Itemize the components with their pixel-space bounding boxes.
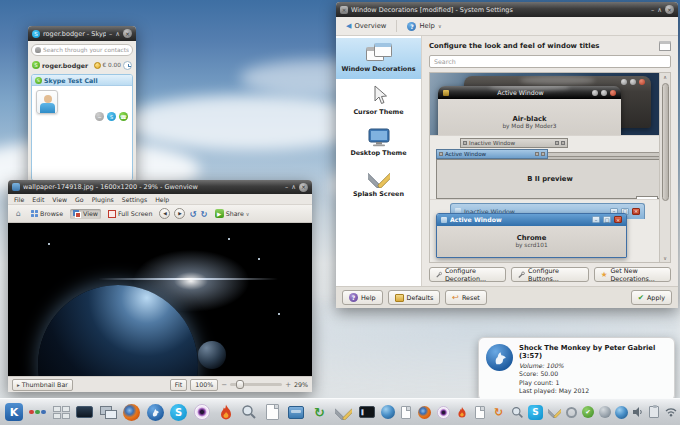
history-clock-button[interactable] [123,61,132,70]
overview-button[interactable]: ◀ Overview [342,20,390,32]
decoration-item-chrome[interactable]: Inactive Window – □ × Active Window – □ [430,199,659,262]
sidebar-item-desktop-theme[interactable]: Desktop Theme [336,122,421,163]
task-flame[interactable] [454,405,469,420]
minimize-button[interactable]: – [109,31,112,37]
view-button[interactable]: View [70,209,101,219]
reset-button[interactable]: ↩ Reset [445,290,487,305]
share-button[interactable]: ▶ Share ∨ [212,208,253,219]
file-drawer-launcher[interactable] [286,402,306,422]
zoom-in-icon[interactable]: + [285,381,291,389]
audacious-launcher[interactable] [145,402,165,422]
chat-button[interactable]: − [95,112,104,121]
flame-app-launcher[interactable] [216,402,236,422]
close-button[interactable]: × [665,5,674,14]
tray-network[interactable] [598,406,611,419]
system-settings-titlebar[interactable]: × Window Decorations [modified] - System… [336,2,678,17]
task-eye[interactable] [436,405,451,420]
dark-screen-launcher[interactable] [75,402,95,422]
tray-status[interactable] [565,406,578,419]
contact-list[interactable]: − S ☎ [32,86,132,180]
task-tools[interactable] [547,405,562,420]
scrollbar[interactable]: ∧ ∨ [659,73,670,262]
display-settings-launcher[interactable] [98,402,118,422]
zoom-slider-knob[interactable] [236,380,244,389]
task-document[interactable] [399,405,414,420]
tray-volume[interactable] [631,406,644,419]
contact-search-box[interactable] [31,44,133,56]
minimize-button[interactable]: – [651,7,654,13]
decoration-search-box[interactable] [429,55,671,68]
task-firefox[interactable] [417,405,432,420]
decoration-list[interactable]: Active Window Air-black by Mod By Moder3 [429,72,671,263]
quick-launch-dots[interactable] [28,402,48,422]
skype-titlebar[interactable]: S roger.bodger - Skype – ∧ × [28,26,136,41]
zoom-out-icon[interactable]: − [221,381,227,389]
configure-decoration-button[interactable]: Configure Decoration... [429,267,506,282]
eye-viewer-launcher[interactable] [192,402,212,422]
tray-clipboard[interactable] [648,406,661,419]
defaults-button[interactable]: Defaults [388,290,441,305]
task-document-2[interactable] [473,405,488,420]
task-globe[interactable] [380,405,395,420]
thumbnail-bar-toggle[interactable]: ▸ Thumbnail Bar [12,379,73,391]
sidebar-item-window-decorations[interactable]: Window Decorations [336,38,421,79]
get-new-decorations-button[interactable]: ★ Get New Decorations... [594,267,671,282]
home-button[interactable]: ⌂ [13,208,24,219]
decoration-item-air-black[interactable]: Active Window Air-black by Mod By Moder3 [430,73,659,135]
sidebar-item-cursor-theme[interactable]: Cursor Theme [336,79,421,122]
tray-shield[interactable]: ✔ [582,406,595,419]
kde-menu-button[interactable]: K [4,402,24,422]
help-menu-button[interactable]: ? Help ∨ [403,20,445,33]
system-update-launcher[interactable]: ↻ [310,402,330,422]
scrollbar-thumb[interactable] [662,83,669,201]
rotate-right-button[interactable]: ↻ [201,210,208,218]
maximize-button[interactable]: ∧ [291,184,296,190]
video-call-button[interactable]: S [107,112,116,121]
next-image-button[interactable]: ▶ [174,208,185,219]
sidebar-item-splash-screen[interactable]: Splash Screen [336,163,421,204]
voice-call-button[interactable]: ☎ [119,112,128,121]
utilities-launcher[interactable] [333,402,353,422]
decoration-item-b2[interactable]: Inactive Window Active Window B II previ… [430,135,659,198]
tray-globe[interactable] [615,406,628,419]
skype-launcher[interactable]: S [169,402,189,422]
contact-group-header[interactable]: S Skype Test Call [32,75,132,86]
gwenview-titlebar[interactable]: wallpaper-174918.jpg - 1600x1200 - 29% -… [8,180,312,194]
menu-go[interactable]: Go [75,196,84,203]
image-viewport[interactable] [8,223,312,376]
minimize-button[interactable]: – [285,184,288,190]
scroll-down-icon[interactable]: ∨ [663,254,667,262]
refresh-button[interactable]: ↻ [491,405,506,420]
maximize-button[interactable]: ∧ [115,31,120,37]
zoom-100-button[interactable]: 100% [190,379,218,391]
close-button[interactable]: × [123,29,132,38]
menu-edit[interactable]: Edit [32,196,44,203]
rotate-left-button[interactable]: ↺ [189,210,196,218]
desktop-pager[interactable] [51,402,71,422]
close-button[interactable]: × [299,183,308,192]
maximize-button[interactable]: ∧ [657,7,662,13]
task-skype[interactable]: S [528,405,543,420]
skype-user-row[interactable]: S roger.bodger € 0.00 [31,59,133,71]
menu-help[interactable]: Help [155,196,169,203]
firefox-launcher[interactable] [122,402,142,422]
search-button[interactable] [510,405,525,420]
scroll-up-icon[interactable]: ∧ [663,73,667,81]
menu-plugins[interactable]: Plugins [92,196,114,203]
contact-search-input[interactable] [43,47,129,53]
help-button[interactable]: ? Help [342,290,383,305]
apply-button[interactable]: ✔ Apply [631,290,672,305]
lens-tool-launcher[interactable] [239,402,259,422]
zoom-fit-button[interactable]: Fit [170,379,187,391]
previous-image-button[interactable]: ◀ [159,208,170,219]
menu-view[interactable]: View [52,196,67,203]
terminal-launcher[interactable]: ▌ [357,402,377,422]
full-screen-button[interactable]: Full Screen [105,209,155,219]
configure-buttons-button[interactable]: Configure Buttons... [511,267,588,282]
menu-file[interactable]: File [14,196,24,203]
media-notification[interactable]: Shock The Monkey by Peter Gabriel (3:57)… [478,337,675,401]
decoration-search-input[interactable] [434,58,666,65]
browse-button[interactable]: Browse [28,209,66,218]
menu-settings[interactable]: Settings [122,196,147,203]
zoom-slider[interactable] [230,383,282,386]
